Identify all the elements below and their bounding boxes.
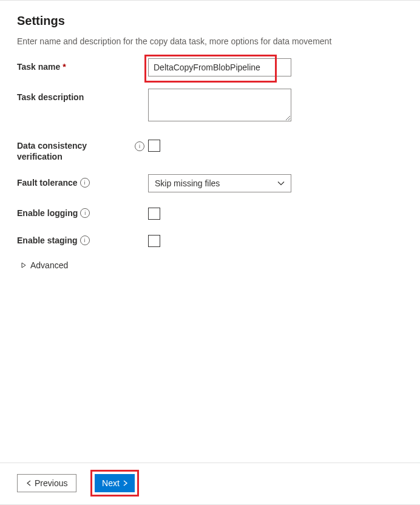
next-button-wrapper: Next xyxy=(95,474,135,492)
next-label: Next xyxy=(102,478,120,488)
info-icon[interactable]: i xyxy=(135,141,144,151)
settings-panel: Settings Enter name and description for … xyxy=(0,0,420,505)
page-description: Enter name and description for the copy … xyxy=(17,36,403,46)
caret-right-icon xyxy=(21,262,27,268)
next-button[interactable]: Next xyxy=(95,474,135,492)
label-task-name: Task name * xyxy=(17,58,132,72)
label-enable-logging: Enable logging i xyxy=(17,205,132,218)
chevron-right-icon xyxy=(122,480,128,486)
task-name-input[interactable] xyxy=(148,58,291,76)
label-enable-staging: Enable staging i xyxy=(17,232,132,245)
previous-button[interactable]: Previous xyxy=(17,474,76,492)
page-title: Settings xyxy=(17,14,403,28)
chevron-down-icon xyxy=(277,180,285,187)
advanced-toggle[interactable]: Advanced xyxy=(21,260,68,270)
fault-tolerance-select[interactable]: Skip missing files xyxy=(148,174,291,192)
row-task-name: Task name * xyxy=(17,58,403,76)
task-name-wrapper xyxy=(148,58,291,76)
info-icon[interactable]: i xyxy=(80,208,90,218)
label-task-description: Task description xyxy=(17,89,132,102)
enable-logging-checkbox[interactable] xyxy=(148,208,160,220)
settings-content: Settings Enter name and description for … xyxy=(0,1,420,270)
row-fault-tolerance: Fault tolerance i Skip missing files xyxy=(17,174,403,192)
enable-staging-checkbox[interactable] xyxy=(148,235,160,247)
required-marker: * xyxy=(63,62,66,72)
data-consistency-checkbox[interactable] xyxy=(148,140,160,152)
info-icon[interactable]: i xyxy=(80,236,90,245)
info-icon[interactable]: i xyxy=(80,178,90,188)
row-enable-logging: Enable logging i xyxy=(17,205,403,220)
footer: Previous Next xyxy=(0,463,420,504)
advanced-label: Advanced xyxy=(30,260,68,270)
label-fault-tolerance: Fault tolerance i xyxy=(17,174,132,188)
row-enable-staging: Enable staging i xyxy=(17,232,403,247)
label-data-consistency: Data consistency verification xyxy=(17,137,132,162)
row-data-consistency: Data consistency verification i xyxy=(17,137,403,162)
task-description-textarea[interactable] xyxy=(148,89,291,121)
chevron-left-icon xyxy=(26,480,32,486)
previous-label: Previous xyxy=(35,478,67,488)
row-task-description: Task description xyxy=(17,89,403,123)
fault-tolerance-selected: Skip missing files xyxy=(155,178,220,188)
